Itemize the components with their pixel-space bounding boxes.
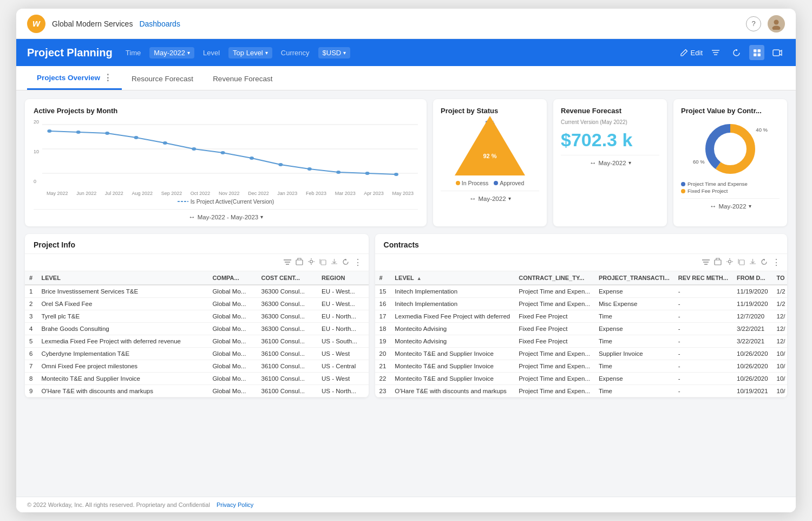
contract-col-num: # <box>375 271 391 285</box>
contract-col-from[interactable]: FROM D... <box>732 271 772 285</box>
more-toolbar-icon[interactable]: ⋮ <box>353 257 362 268</box>
y-label-10: 10 <box>34 149 39 154</box>
project-info-table-container: # LEVEL COMPA... COST CENT... REGION 1Br… <box>25 271 369 398</box>
contracts-download-icon[interactable] <box>749 258 756 267</box>
level-filter[interactable]: Top Level ▾ <box>228 47 272 58</box>
active-projects-title: Active Projects by Month <box>34 107 418 115</box>
table-row[interactable]: 22Montecito T&E and Supplier InvoiceProj… <box>375 373 787 385</box>
table-row[interactable]: 9O'Hare T&E with discounts and markupsGl… <box>25 385 369 398</box>
active-projects-filter[interactable]: ↔ May-2022 - May-2023 ▾ <box>188 213 264 221</box>
table-row[interactable]: 23O'Hare T&E with discounts and markupsP… <box>375 385 787 398</box>
help-button[interactable]: ? <box>746 16 761 31</box>
project-status-chevron-icon: ▾ <box>508 196 511 201</box>
tab-resource-forecast[interactable]: Resource Forecast <box>122 68 203 90</box>
table-row[interactable]: 8Montecito T&E and Supplier InvoiceGloba… <box>25 373 369 385</box>
tab-revenue-forecast[interactable]: Revenue Forecast <box>203 68 282 90</box>
table-row[interactable]: 1Brice Investissement Services T&EGlobal… <box>25 285 369 298</box>
revenue-forecast-chart: Revenue Forecast Current Version (May 20… <box>553 99 667 226</box>
svg-point-40 <box>729 260 731 263</box>
table-row[interactable]: 17Lexmedia Fixed Fee Project with deferr… <box>375 310 787 323</box>
avatar[interactable] <box>768 15 785 32</box>
copyright: © 2022 Workday, Inc. All rights reserved… <box>27 502 210 508</box>
contracts-header: Contracts <box>375 234 787 254</box>
active-projects-chart: Active Projects by Month 20 10 0 <box>25 99 427 226</box>
contracts-refresh-icon[interactable] <box>761 258 768 267</box>
svg-rect-33 <box>296 260 303 265</box>
contracts-more-icon[interactable]: ⋮ <box>772 257 781 268</box>
table-row[interactable]: 19Montecito AdvisingFixed Fee ProjectTim… <box>375 335 787 348</box>
table-row[interactable]: 20Montecito T&E and Supplier InvoiceProj… <box>375 348 787 360</box>
svg-point-25 <box>394 173 398 176</box>
table-row[interactable]: 3Tyrell plc T&EGlobal Mo...36300 Consul.… <box>25 310 369 323</box>
privacy-policy-link[interactable]: Privacy Policy <box>217 502 253 508</box>
tab-projects-overview[interactable]: Projects Overview ⋮ <box>27 66 122 90</box>
svg-point-15 <box>105 132 109 135</box>
table-row[interactable]: 2Orel SA Fixed FeeGlobal Mo...36300 Cons… <box>25 298 369 310</box>
y-label-20: 20 <box>34 119 39 125</box>
copy-toolbar-icon[interactable] <box>319 258 326 267</box>
edit-button[interactable]: Edit <box>680 49 703 57</box>
currency-chevron-icon: ▾ <box>343 50 346 56</box>
project-value-filter-row: ↔ May-2022 ▾ <box>681 198 780 210</box>
project-status-filter[interactable]: ↔ May-2022 ▾ <box>469 194 510 203</box>
revenue-forecast-filter[interactable]: ↔ May-2022 ▾ <box>589 159 631 167</box>
refresh-icon-btn[interactable] <box>729 45 744 60</box>
table-row[interactable]: 5Lexmedia Fixed Fee Project with deferre… <box>25 335 369 348</box>
contract-col-type[interactable]: CONTRACT_LINE_TY... <box>514 271 594 285</box>
company-name: Global Modern Services <box>52 19 133 28</box>
col-region-header[interactable]: REGION <box>317 271 369 285</box>
svg-point-0 <box>774 19 779 24</box>
contract-col-level[interactable]: LEVEL ▲ <box>390 271 514 285</box>
table-row[interactable]: 16Initech ImplementationProject Time and… <box>375 298 787 310</box>
project-info-header: Project Info <box>25 234 369 254</box>
contract-col-project[interactable]: PROJECT_TRANSACTI... <box>594 271 674 285</box>
contract-col-rev[interactable]: REV REC METH... <box>674 271 732 285</box>
svg-rect-7 <box>754 53 757 56</box>
dashboards-link[interactable]: Dashboards <box>139 19 180 28</box>
project-info-toolbar: ⋮ <box>25 254 369 271</box>
time-chevron-icon: ▾ <box>187 50 190 56</box>
contract-col-to[interactable]: TO <box>772 271 787 285</box>
refresh-toolbar-icon[interactable] <box>342 258 349 267</box>
revenue-subtitle: Current Version (May 2022) <box>561 119 659 125</box>
export-toolbar-icon[interactable] <box>296 258 303 267</box>
triangle-chart: 8 % 92 % <box>455 121 525 175</box>
contracts-filter-icon[interactable] <box>702 258 710 267</box>
table-row[interactable]: 4Brahe Goods ConsultingGlobal Mo...36300… <box>25 323 369 335</box>
svg-rect-6 <box>757 49 761 53</box>
filter-icon-btn[interactable] <box>708 45 723 60</box>
revenue-amount: $702.3 k <box>561 129 659 151</box>
filter-toolbar-icon[interactable] <box>284 258 291 267</box>
col-num-header: # <box>25 271 37 285</box>
contracts-settings-icon[interactable] <box>726 258 734 267</box>
revenue-forecast-chevron-icon: ▾ <box>628 160 631 166</box>
contracts-copy-icon[interactable] <box>738 258 745 267</box>
status-legend: In Process Approved <box>456 180 525 186</box>
video-icon-btn[interactable] <box>770 45 785 60</box>
top-nav: w Global Modern Services Dashboards ? <box>16 9 796 39</box>
svg-point-16 <box>134 136 139 139</box>
table-row[interactable]: 7Omni Fixed Fee project milestonesGlobal… <box>25 360 369 373</box>
project-status-chart: Project by Status 8 % 92 % In Process Ap… <box>433 99 547 226</box>
table-row[interactable]: 21Montecito T&E and Supplier InvoiceProj… <box>375 360 787 373</box>
download-toolbar-icon[interactable] <box>331 258 338 267</box>
col-cost-center-header[interactable]: COST CENT... <box>257 271 317 285</box>
donut-svg <box>700 119 760 179</box>
footer: © 2022 Workday, Inc. All rights reserved… <box>16 497 796 512</box>
currency-filter[interactable]: $USD ▾ <box>318 47 351 58</box>
tab-options-icon[interactable]: ⋮ <box>103 73 112 83</box>
project-value-filter[interactable]: ↔ May-2022 ▾ <box>709 202 751 210</box>
table-row[interactable]: 6Cyberdyne Implementation T&EGlobal Mo..… <box>25 348 369 360</box>
time-filter[interactable]: May-2022 ▾ <box>149 47 194 58</box>
table-row[interactable]: 18Montecito AdvisingFixed Fee ProjectExp… <box>375 323 787 335</box>
contracts-export-icon[interactable] <box>714 258 722 267</box>
grid-icon-btn[interactable] <box>749 45 764 60</box>
col-company-header[interactable]: COMPA... <box>208 271 257 285</box>
settings-toolbar-icon[interactable] <box>307 258 315 267</box>
project-info-table: # LEVEL COMPA... COST CENT... REGION 1Br… <box>25 271 369 398</box>
table-row[interactable]: 15Initech ImplementationProject Time and… <box>375 285 787 298</box>
svg-point-23 <box>336 171 340 174</box>
svg-point-34 <box>310 260 312 263</box>
svg-rect-39 <box>715 260 721 265</box>
col-level-header[interactable]: LEVEL <box>37 271 208 285</box>
